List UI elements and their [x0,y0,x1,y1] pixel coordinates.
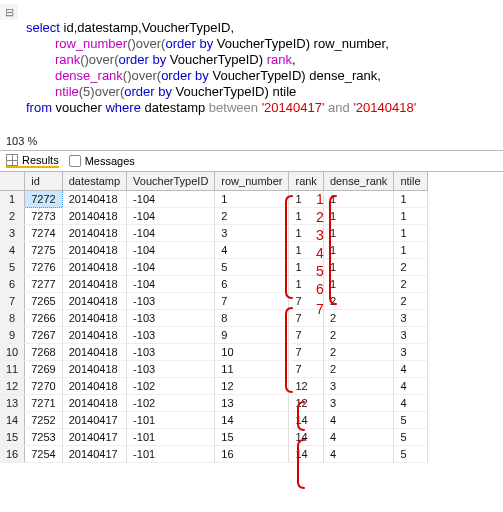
cell[interactable]: 1 [323,191,394,208]
row-header-corner[interactable] [0,172,25,191]
cell[interactable]: 7276 [25,259,62,276]
cell[interactable]: 10 [215,344,289,361]
cell[interactable]: 7252 [25,412,62,429]
cell[interactable]: -103 [127,327,215,344]
cell[interactable]: 1 [323,208,394,225]
cell[interactable]: 1 [394,225,427,242]
cell[interactable]: 7271 [25,395,62,412]
cell[interactable]: 13 [215,395,289,412]
cell[interactable]: 8 [215,310,289,327]
row-number-cell[interactable]: 7 [0,293,25,310]
cell[interactable]: 7 [289,310,323,327]
cell[interactable]: 20140417 [62,429,126,446]
column-header-id[interactable]: id [25,172,62,191]
cell[interactable]: -103 [127,293,215,310]
cell[interactable]: 7254 [25,446,62,463]
cell[interactable]: 20140417 [62,412,126,429]
cell[interactable]: 1 [289,259,323,276]
table-row[interactable]: 12727020140418-102121234 [0,378,427,395]
cell[interactable]: 7268 [25,344,62,361]
cell[interactable]: -102 [127,395,215,412]
cell[interactable]: 20140418 [62,361,126,378]
cell[interactable]: 4 [215,242,289,259]
table-row[interactable]: 16725420140417-101161445 [0,446,427,463]
cell[interactable]: 2 [323,344,394,361]
table-row[interactable]: 6727720140418-1046112 [0,276,427,293]
cell[interactable]: 7273 [25,208,62,225]
row-number-cell[interactable]: 9 [0,327,25,344]
cell[interactable]: -103 [127,361,215,378]
cell[interactable]: 1 [289,225,323,242]
cell[interactable]: -102 [127,378,215,395]
table-row[interactable]: 3727420140418-1043111 [0,225,427,242]
cell[interactable]: 11 [215,361,289,378]
cell[interactable]: 2 [394,259,427,276]
cell[interactable]: -104 [127,276,215,293]
cell[interactable]: 2 [323,293,394,310]
cell[interactable]: -103 [127,344,215,361]
column-header-row_number[interactable]: row_number [215,172,289,191]
cell[interactable]: 5 [215,259,289,276]
cell[interactable]: 20140418 [62,344,126,361]
cell[interactable]: 4 [394,361,427,378]
cell[interactable]: 1 [323,276,394,293]
row-number-cell[interactable]: 16 [0,446,25,463]
column-header-dense_rank[interactable]: dense_rank [323,172,394,191]
table-row[interactable]: 9726720140418-1039723 [0,327,427,344]
cell[interactable]: -104 [127,242,215,259]
cell[interactable]: 7267 [25,327,62,344]
cell[interactable]: 7270 [25,378,62,395]
cell[interactable]: 2 [215,208,289,225]
cell[interactable]: -104 [127,208,215,225]
cell[interactable]: 7274 [25,225,62,242]
row-number-cell[interactable]: 13 [0,395,25,412]
column-header-datestamp[interactable]: datestamp [62,172,126,191]
cell[interactable]: 14 [289,446,323,463]
cell[interactable]: 20140418 [62,378,126,395]
cell[interactable]: 20140418 [62,225,126,242]
table-row[interactable]: 1727220140418-1041111 [0,191,427,208]
cell[interactable]: 7269 [25,361,62,378]
row-number-cell[interactable]: 4 [0,242,25,259]
row-number-cell[interactable]: 6 [0,276,25,293]
cell[interactable]: 3 [394,344,427,361]
row-number-cell[interactable]: 5 [0,259,25,276]
cell[interactable]: 20140418 [62,208,126,225]
sql-editor[interactable]: ⊟ select id,datestamp,VoucherTypeID, row… [0,0,503,132]
cell[interactable]: 5 [394,412,427,429]
table-row[interactable]: 4727520140418-1044111 [0,242,427,259]
cell[interactable]: 7266 [25,310,62,327]
table-row[interactable]: 2727320140418-1042111 [0,208,427,225]
cell[interactable]: 20140418 [62,242,126,259]
cell[interactable]: 1 [323,242,394,259]
fold-icon[interactable]: ⊟ [0,4,18,20]
cell[interactable]: -101 [127,446,215,463]
cell[interactable]: 1 [289,276,323,293]
cell[interactable]: 4 [323,412,394,429]
cell[interactable]: 14 [289,429,323,446]
cell[interactable]: 7 [289,361,323,378]
column-header-ntile[interactable]: ntile [394,172,427,191]
cell[interactable]: -104 [127,191,215,208]
cell[interactable]: 20140418 [62,293,126,310]
table-row[interactable]: 7726520140418-1037722 [0,293,427,310]
cell[interactable]: 4 [323,429,394,446]
cell[interactable]: 2 [323,361,394,378]
cell[interactable]: 4 [394,395,427,412]
cell[interactable]: 3 [323,378,394,395]
row-number-cell[interactable]: 10 [0,344,25,361]
row-number-cell[interactable]: 1 [0,191,25,208]
row-number-cell[interactable]: 14 [0,412,25,429]
cell[interactable]: 14 [289,412,323,429]
table-row[interactable]: 11726920140418-10311724 [0,361,427,378]
tab-results[interactable]: Results [6,154,59,168]
cell[interactable]: 20140418 [62,191,126,208]
cell[interactable]: 1 [394,242,427,259]
code-area[interactable]: select id,datestamp,VoucherTypeID, row_n… [26,4,497,132]
cell[interactable]: -101 [127,429,215,446]
cell[interactable]: 20140418 [62,395,126,412]
cell[interactable]: 7 [289,344,323,361]
cell[interactable]: -101 [127,412,215,429]
row-number-cell[interactable]: 8 [0,310,25,327]
cell[interactable]: 7 [289,327,323,344]
